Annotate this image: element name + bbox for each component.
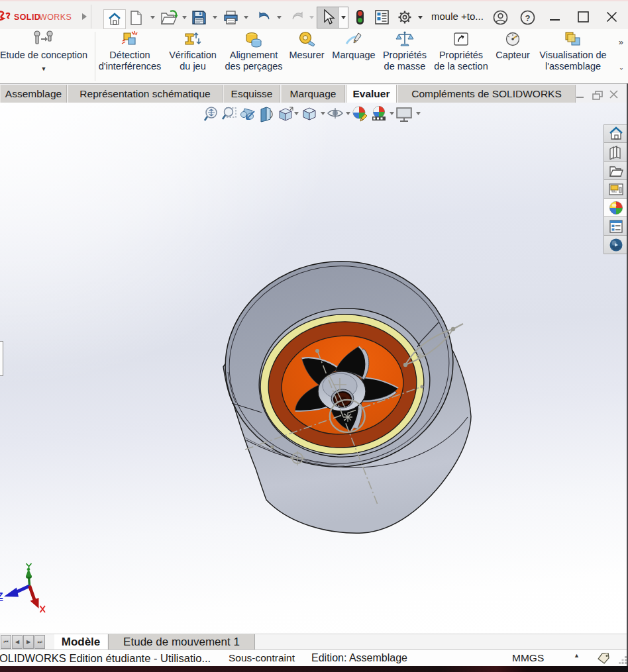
svg-text:WORKS: WORKS	[39, 13, 72, 22]
svg-text:SOLID: SOLID	[14, 13, 40, 22]
svg-text:Z: Z	[0, 591, 3, 601]
svg-text:?: ?	[525, 13, 531, 23]
